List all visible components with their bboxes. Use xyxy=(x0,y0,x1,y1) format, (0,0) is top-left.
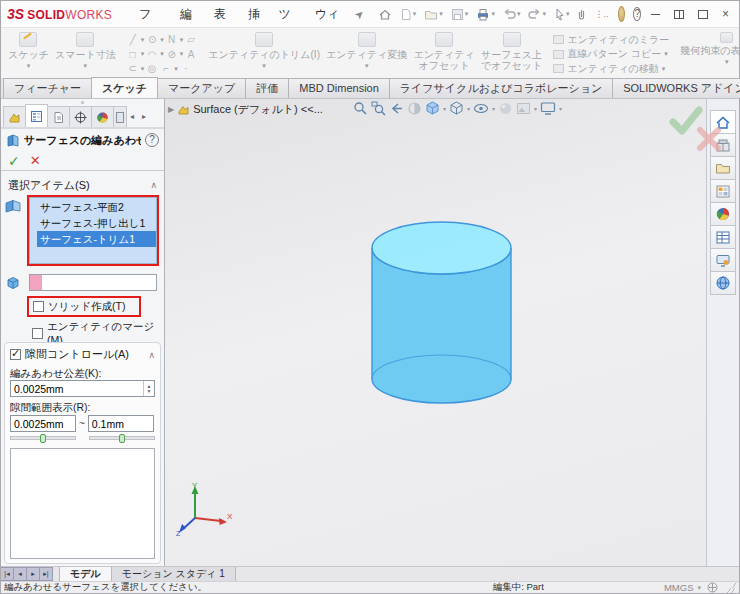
gap-control-checkbox[interactable] xyxy=(10,349,21,360)
appearances-icon[interactable] xyxy=(710,202,736,226)
dimxpert-manager-icon[interactable] xyxy=(69,106,92,127)
view-palette-icon[interactable] xyxy=(710,179,736,203)
tag-icon[interactable] xyxy=(707,582,718,593)
unit-system-selector[interactable]: MMGS▾ xyxy=(664,582,701,593)
menu-tools[interactable]: ツール(T) xyxy=(270,1,306,28)
tab-model[interactable]: モデル xyxy=(59,567,112,581)
maximize-icon[interactable] xyxy=(698,10,708,19)
smart-dimension-button[interactable]: スマート寸法▾ xyxy=(52,30,119,78)
home-icon[interactable] xyxy=(376,7,394,22)
tab-scroll-left-icon[interactable]: ◂ xyxy=(126,106,138,127)
new-document-icon[interactable]: ▾ xyxy=(398,7,419,22)
tab-sketch[interactable]: スケッチ xyxy=(91,77,158,98)
user-avatar[interactable] xyxy=(618,6,625,22)
menu-file[interactable]: ファイル(F) xyxy=(130,1,171,28)
select-cursor-icon[interactable]: ▾ xyxy=(552,7,572,22)
tab-motion-study[interactable]: モーション スタディ 1 xyxy=(112,567,236,581)
ellipse-tool-icon[interactable]: ⊘ xyxy=(166,49,178,60)
previous-tab-icon[interactable]: ◂ xyxy=(14,567,27,581)
trim-entities-button[interactable]: エンティティのトリム(I)▾ xyxy=(205,30,323,78)
file-explorer-icon[interactable] xyxy=(710,156,736,180)
cancel-button[interactable]: ✕ xyxy=(30,153,41,168)
sketch-button[interactable]: スケッチ▾ xyxy=(5,30,52,78)
gap-min-slider[interactable] xyxy=(10,436,76,440)
attachment-icon[interactable] xyxy=(575,7,588,22)
gap-range-min-input[interactable] xyxy=(11,418,75,430)
dot-tool-icon[interactable]: · xyxy=(180,63,192,74)
slot-tool-icon[interactable]: ⊂ xyxy=(127,63,139,74)
seed-face-input[interactable] xyxy=(29,274,157,291)
slider-thumb[interactable] xyxy=(40,434,46,443)
configuration-manager-icon[interactable] xyxy=(47,106,70,127)
spline-tool-icon[interactable]: N xyxy=(166,34,178,45)
redo-icon[interactable]: ▾ xyxy=(526,7,548,21)
tab-markup[interactable]: マークアップ xyxy=(157,78,246,98)
list-item[interactable]: サーフェス-平面2 xyxy=(37,199,156,215)
restore-icon[interactable] xyxy=(674,10,684,19)
scroll-tab-icon[interactable] xyxy=(113,106,127,127)
gap-results-listbox[interactable] xyxy=(10,448,155,559)
knit-tolerance-input[interactable] xyxy=(11,383,143,395)
checkbox-icon[interactable] xyxy=(33,301,44,312)
reference-triad[interactable]: Y X Z xyxy=(175,480,233,536)
slider-thumb[interactable] xyxy=(119,434,125,443)
convert-entities-button[interactable]: エンティティ変換▾ xyxy=(323,30,410,78)
menu-insert[interactable]: 挿入(I) xyxy=(239,1,270,28)
print-icon[interactable]: ▾ xyxy=(474,7,497,22)
last-tab-icon[interactable]: ▸| xyxy=(40,567,53,581)
gap-range-max-input[interactable] xyxy=(89,418,153,430)
list-item-selected[interactable]: サーフェス-トリム1 xyxy=(37,231,156,247)
undo-icon[interactable]: ▾ xyxy=(501,7,523,21)
surface-offset-button[interactable]: サーフェス上 でオフセット xyxy=(478,30,545,78)
cylinder-model[interactable] xyxy=(165,99,708,566)
forum-icon[interactable] xyxy=(710,248,736,272)
linear-pattern-button[interactable]: 直線パターン コピー▾ xyxy=(553,48,669,61)
ok-button[interactable]: ✓ xyxy=(8,153,20,169)
tab-evaluate[interactable]: 評価 xyxy=(245,78,289,98)
feature-manager-tree-icon[interactable] xyxy=(3,106,26,127)
mirror-entities-button[interactable]: エンティティのミラー xyxy=(553,33,669,46)
tab-lifecycle[interactable]: ライフサイクルおよびコラボレーション xyxy=(389,78,613,98)
offset-entities-button[interactable]: エンティティ オフセット xyxy=(410,30,477,78)
circle-tool-icon[interactable]: ⊙ xyxy=(146,34,158,45)
display-manager-icon[interactable] xyxy=(91,106,114,127)
property-manager-icon[interactable] xyxy=(25,104,48,127)
resize-grip[interactable] xyxy=(726,583,736,593)
surfaces-selection-listbox[interactable]: サーフェス-平面2 サーフェス-押し出し1 サーフェス-トリム1 xyxy=(29,197,157,264)
options-ellipsis-icon[interactable]: ⋮.. xyxy=(592,8,610,20)
checkbox-icon[interactable] xyxy=(32,328,43,339)
selection-group-header[interactable]: 選択アイテム(S) ∧ xyxy=(1,176,164,194)
move-entities-button[interactable]: エンティティの移動▾ xyxy=(553,62,669,75)
cylinder-top-face[interactable] xyxy=(372,222,511,274)
point-tool-icon[interactable]: ◎ xyxy=(146,63,158,74)
minimize-icon[interactable] xyxy=(651,14,660,15)
close-icon[interactable]: × xyxy=(722,9,729,19)
gap-max-slider[interactable] xyxy=(89,436,155,440)
tab-scroll-right-icon[interactable]: ▸ xyxy=(138,106,150,127)
open-icon[interactable]: ▾ xyxy=(422,7,445,22)
menu-edit[interactable]: 編集(E) xyxy=(171,1,205,28)
tab-sw-addins[interactable]: SOLIDWORKS アドイン xyxy=(612,78,740,98)
pin-menu-icon[interactable]: ➤ xyxy=(351,6,367,22)
text-tool-icon[interactable]: A xyxy=(185,49,197,60)
help-icon[interactable]: ? xyxy=(633,7,641,21)
rectangle-tool-icon[interactable]: □ xyxy=(127,49,139,60)
menu-window[interactable]: ウィンドウ(W) xyxy=(306,1,353,28)
plane-tool-icon[interactable]: ▱ xyxy=(185,34,197,45)
fillet-tool-icon[interactable]: ⌐ xyxy=(160,63,172,74)
line-tool-icon[interactable]: ╱ xyxy=(127,34,139,45)
spinner-icon[interactable]: ▲▼ xyxy=(143,381,154,396)
gap-control-header[interactable]: 隙間コントロール(A) ∧ xyxy=(10,346,155,363)
pm-help-icon[interactable]: ? xyxy=(145,133,159,147)
list-item[interactable]: サーフェス-押し出し1 xyxy=(37,215,156,231)
graphics-viewport[interactable]: ▶ Surface (デフォルト) <<... ▾ ▾ ▾ ▾ ▾ xyxy=(165,99,706,566)
3d-content-central-icon[interactable] xyxy=(710,271,736,295)
first-tab-icon[interactable]: |◂ xyxy=(1,567,14,581)
menu-view[interactable]: 表示(V) xyxy=(205,1,239,28)
create-solid-checkbox[interactable]: ソリッド作成(T) xyxy=(33,300,125,314)
next-tab-icon[interactable]: ▸ xyxy=(27,567,40,581)
display-delete-relations-button[interactable]: 幾何拘束の表示/削除▾ xyxy=(677,30,740,78)
tab-features[interactable]: フィーチャー xyxy=(3,78,92,98)
custom-properties-icon[interactable] xyxy=(710,225,736,249)
tab-mbd-dimension[interactable]: MBD Dimension xyxy=(288,78,389,98)
